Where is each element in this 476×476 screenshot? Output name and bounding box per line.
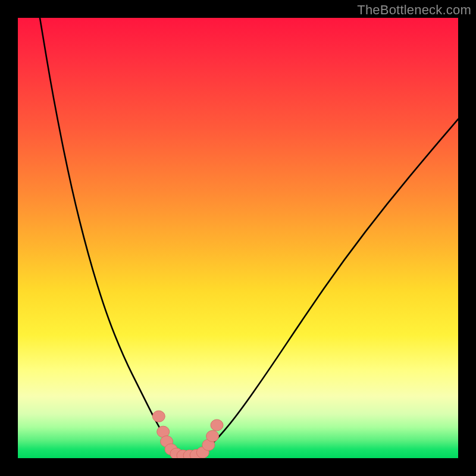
plot-area	[18, 18, 458, 458]
watermark-text: TheBottleneck.com	[357, 2, 471, 18]
left-curve	[40, 18, 183, 457]
chart-stage: TheBottleneck.com	[0, 0, 476, 476]
curve-layer	[18, 18, 458, 458]
trough-marker	[211, 419, 223, 431]
trough-markers	[152, 411, 223, 458]
right-curve	[194, 119, 458, 457]
trough-marker	[152, 411, 165, 422]
trough-marker	[206, 431, 219, 442]
